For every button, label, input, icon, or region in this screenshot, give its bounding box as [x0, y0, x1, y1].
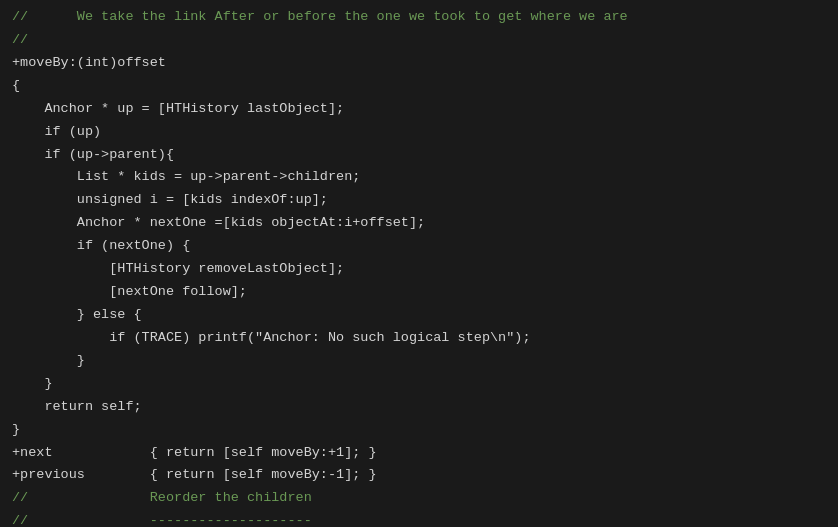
code-editor: // We take the link After or before the …	[0, 0, 838, 527]
code-line: Anchor * nextOne =[kids objectAt:i+offse…	[0, 212, 838, 235]
code-text: +moveBy:(int)offset	[12, 53, 166, 74]
code-line: Anchor * up = [HTHistory lastObject];	[0, 98, 838, 121]
code-line: // We take the link After or before the …	[0, 6, 838, 29]
code-text: // Reorder the children	[12, 488, 312, 509]
code-text: }	[12, 351, 85, 372]
code-text: if (TRACE) printf("Anchor: No such logic…	[12, 328, 530, 349]
code-text: if (up)	[12, 122, 101, 143]
code-line: //	[0, 29, 838, 52]
code-line: } else {	[0, 304, 838, 327]
code-line: // --------------------	[0, 510, 838, 527]
code-text: //	[12, 30, 28, 51]
code-text: }	[12, 420, 20, 441]
code-text: Anchor * up = [HTHistory lastObject];	[12, 99, 344, 120]
code-text: if (up->parent){	[12, 145, 174, 166]
code-text: +previous { return [self moveBy:-1]; }	[12, 465, 377, 486]
code-text: return self;	[12, 397, 142, 418]
code-line: if (up)	[0, 121, 838, 144]
code-text: {	[12, 76, 20, 97]
code-line: }	[0, 419, 838, 442]
code-line: {	[0, 75, 838, 98]
code-text: unsigned i = [kids indexOf:up];	[12, 190, 328, 211]
code-line: unsigned i = [kids indexOf:up];	[0, 189, 838, 212]
code-line: }	[0, 373, 838, 396]
code-text: [HTHistory removeLastObject];	[12, 259, 344, 280]
code-line: List * kids = up->parent->children;	[0, 166, 838, 189]
code-line: +next { return [self moveBy:+1]; }	[0, 442, 838, 465]
code-line: +moveBy:(int)offset	[0, 52, 838, 75]
code-line: [HTHistory removeLastObject];	[0, 258, 838, 281]
code-line: // Reorder the children	[0, 487, 838, 510]
code-text: // We take the link After or before the …	[12, 7, 628, 28]
code-line: }	[0, 350, 838, 373]
code-line: +previous { return [self moveBy:-1]; }	[0, 464, 838, 487]
code-line: if (nextOne) {	[0, 235, 838, 258]
code-text: // --------------------	[12, 511, 312, 527]
code-text: +next { return [self moveBy:+1]; }	[12, 443, 377, 464]
code-text: [nextOne follow];	[12, 282, 247, 303]
code-line: if (TRACE) printf("Anchor: No such logic…	[0, 327, 838, 350]
code-text: if (nextOne) {	[12, 236, 190, 257]
code-line: [nextOne follow];	[0, 281, 838, 304]
code-text: } else {	[12, 305, 142, 326]
code-text: }	[12, 374, 53, 395]
code-line: if (up->parent){	[0, 144, 838, 167]
code-line: return self;	[0, 396, 838, 419]
code-text: Anchor * nextOne =[kids objectAt:i+offse…	[12, 213, 425, 234]
code-text: List * kids = up->parent->children;	[12, 167, 360, 188]
